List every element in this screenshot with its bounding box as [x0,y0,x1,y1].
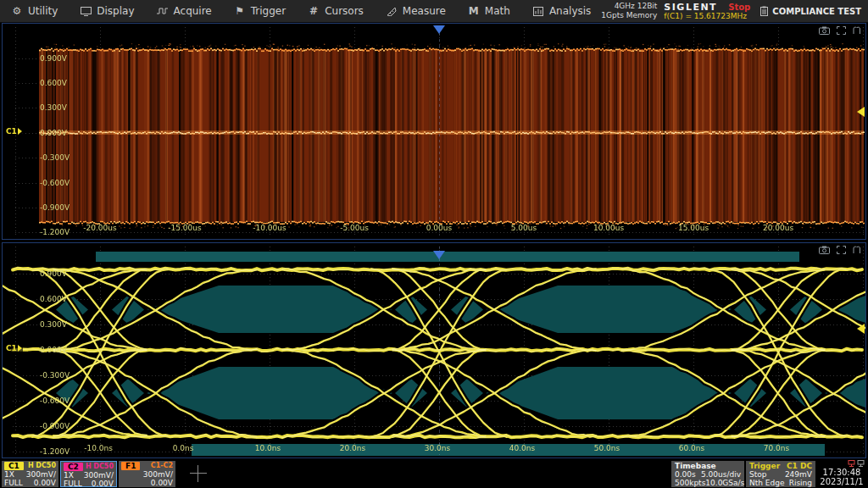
zoom-channel-offset-marker[interactable]: C1 [5,344,23,352]
voltage-label: 0.300V [40,103,67,112]
voltage-label: -0.900V [40,422,70,430]
menu-item-label: Math [485,5,510,17]
channel-box-f1[interactable]: F1C1-C2300mV/0.00V [119,461,175,487]
zoom-trigger-position-marker[interactable] [433,251,445,259]
trigger-level: 249mV [785,470,812,479]
eye-diagram-canvas [3,243,865,458]
channel-coupling: H DC50 [28,462,56,470]
main-waveform-plot[interactable]: 0.900V0.600V0.300V0.000V-0.300V-0.600V-0… [2,23,866,240]
timebase-scale: 5.00us/div [701,470,741,479]
voltage-label: -0.600V [40,396,70,405]
menu-item-label: Cursors [325,5,364,17]
trigger-box[interactable]: Trigger C1 DC Stop 249mV Nth Edge Rising [746,461,815,487]
expand-icon[interactable] [837,26,846,35]
channel-bandwidth: FULL [4,479,23,487]
time-label: -10.0ns [84,444,113,452]
channel-attenuation: 1X [64,471,74,480]
top-plot-toolbar [819,26,861,35]
voltage-label: 0.600V [40,79,67,87]
voltage-label: 0.900V [40,54,67,63]
channel-offset: 0.00V [34,479,56,487]
clipboard-icon [760,6,768,16]
menu-item-utility[interactable]: ⚙Utility [0,0,69,22]
hw-bandwidth: 4GHz 12Bit [601,2,657,11]
waveform-label-icon[interactable] [853,26,861,35]
hw-memory: 1Gpts Memory [601,11,657,20]
bottom-plot-toolbar [819,246,861,254]
menu-item-label: Utility [28,5,58,17]
voltage-label: 0.900V [40,269,67,278]
menu-item-measure[interactable]: Measure [375,0,457,22]
voltage-label: 0.600V [40,295,67,303]
trigger-slope: Rising [789,479,812,487]
voltage-label: -1.200V [40,228,70,236]
compliance-test-button[interactable]: COMPLIANCE TEST [755,6,868,16]
hardware-info: 4GHz 12Bit 1Gpts Memory [601,2,657,20]
waveform-label-icon[interactable] [853,246,861,254]
channel-box-c1[interactable]: C1H DC501X300mV/FULL0.00V [2,461,58,487]
right-arrow-icon [18,128,22,135]
time-label: 10.00us [593,224,624,232]
voltage-label: -1.200V [40,447,70,456]
channel-badge: C1 [4,462,24,470]
time-label: -5.00us [340,224,369,232]
voltage-label: -0.300V [40,153,70,162]
menu-bar: ⚙UtilityDisplayAcquire⚑Trigger#CursorsMe… [0,0,868,23]
channel-scale: 300mV/ [26,470,56,479]
menu-items: ⚙UtilityDisplayAcquire⚑Trigger#CursorsMe… [0,0,602,22]
menu-item-label: Trigger [251,5,286,17]
add-cursor-crosshair-icon[interactable] [190,465,207,482]
menu-item-label: Acquire [174,5,212,17]
compliance-test-label: COMPLIANCE TEST [772,7,861,16]
trigger-source: C1 DC [787,462,812,470]
menu-item-cursors[interactable]: #Cursors [297,0,375,22]
menu-right-cluster: 4GHz 12Bit 1Gpts Memory SIGLENT Stop f(C… [601,0,868,22]
menu-item-label: Analysis [549,5,591,17]
time-label: 50.0ns [594,444,620,452]
camera-icon[interactable] [819,26,830,35]
eye-diagram-plot[interactable]: 0.900V0.600V0.300V0.000V-0.300V-0.600V-0… [2,242,866,458]
channel-offset: 0.00V [92,480,114,488]
timebase-delay: 0.00s [675,470,696,479]
channel-scale: 300mV/ [143,470,173,479]
menu-item-trigger[interactable]: ⚑Trigger [223,0,297,22]
channel-badge: C2 [64,463,83,471]
time-label: 10.0ns [255,444,281,452]
network-status-icon [848,460,865,467]
expand-icon[interactable] [837,246,846,254]
menu-item-label: Display [97,5,134,17]
voltage-label: 0.000V [40,129,67,137]
time-label: 15.00us [678,224,709,232]
time-label: 70.0ns [764,444,789,452]
main-waveform-canvas [3,24,865,239]
trigger-type: Nth Edge [749,479,784,487]
clock-time: 17:30:48 [817,468,866,477]
channel-offset-marker[interactable]: C1 [5,127,23,136]
trigger-status: Stop [749,470,766,479]
time-label: 20.00us [763,224,793,232]
time-label: -20.00us [83,224,116,232]
trigger-title: Trigger [749,462,780,470]
time-label: -10.00us [253,224,286,232]
menu-item-acquire[interactable]: Acquire [146,0,223,22]
channel-box-c2[interactable]: C2H DC501X300mV/FULL0.00V [60,461,117,487]
time-label: 30.0ns [425,444,450,452]
voltage-label: -0.600V [40,179,70,187]
time-label: 60.0ns [679,444,704,452]
menu-item-analysis[interactable]: Analysis [521,0,602,22]
menu-item-display[interactable]: Display [69,0,145,22]
time-label: 0.0ns [173,444,194,452]
trigger-position-marker[interactable] [433,25,445,34]
menu-item-math[interactable]: MMath [457,0,521,22]
frequency-readout: f(C1) = 15.61723MHz [664,12,752,21]
camera-icon[interactable] [819,246,830,254]
right-arrow-icon [18,345,22,352]
channel-attenuation: 1X [4,470,14,479]
timebase-box[interactable]: Timebase 0.00s 5.00us/div 500kpts 10.0GS… [671,461,744,487]
zoom-trigger-level-marker[interactable] [857,324,865,334]
timebase-title: Timebase [675,462,716,470]
clock-date: 2023/11/1 [817,477,866,486]
trigger-level-marker[interactable] [857,107,865,117]
acquisition-status[interactable]: Stop [728,3,750,12]
logo-block: SIGLENT Stop f(C1) = 15.61723MHz [664,1,752,21]
